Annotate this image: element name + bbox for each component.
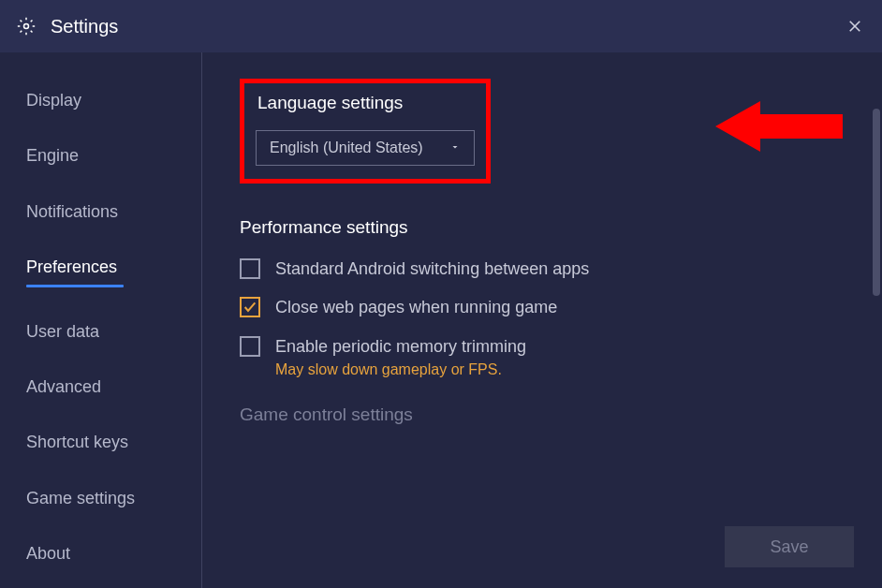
sidebar-item-label: Notifications (26, 202, 118, 221)
sidebar-item-label: Shortcut keys (26, 433, 128, 451)
game-control-section: Game control settings (240, 404, 848, 425)
checkbox-close-web-pages[interactable]: Close web pages when running game (240, 297, 848, 318)
save-button[interactable]: Save (725, 526, 854, 567)
language-section-title: Language settings (257, 93, 475, 113)
window-title: Settings (51, 16, 118, 37)
svg-marker-3 (715, 101, 843, 152)
content-pane: Language settings English (United States… (202, 52, 882, 588)
sidebar-item-engine[interactable]: Engine (0, 134, 201, 178)
checkbox-box (240, 258, 260, 279)
active-underline (26, 285, 124, 287)
sidebar-item-label: Engine (26, 146, 79, 165)
save-button-label: Save (770, 537, 808, 557)
performance-section: Performance settings Standard Android sw… (240, 217, 848, 378)
sidebar-item-shortcut-keys[interactable]: Shortcut keys (0, 420, 201, 464)
game-control-title: Game control settings (240, 404, 848, 425)
gear-icon (17, 17, 36, 36)
sidebar-item-label: User data (26, 322, 99, 341)
checkbox-label: Close web pages when running game (275, 297, 557, 318)
sidebar-item-label: Display (26, 91, 81, 110)
sidebar-item-display[interactable]: Display (0, 79, 201, 123)
checkbox-memory-trimming[interactable]: Enable periodic memory trimming May slow… (240, 336, 848, 378)
close-button[interactable] (845, 16, 865, 37)
sidebar-item-user-data[interactable]: User data (0, 310, 201, 354)
checkbox-standard-switching[interactable]: Standard Android switching between apps (240, 258, 848, 280)
svg-point-0 (24, 24, 29, 29)
language-dropdown[interactable]: English (United States) (256, 130, 475, 166)
sidebar-item-advanced[interactable]: Advanced (0, 365, 201, 409)
sidebar-item-about[interactable]: About (0, 532, 201, 576)
sidebar-item-preferences[interactable]: Preferences (0, 245, 201, 298)
annotation-arrow (715, 94, 846, 163)
chevron-down-icon (449, 140, 461, 156)
performance-section-title: Performance settings (240, 217, 848, 238)
checkbox-label: Enable periodic memory trimming (275, 336, 526, 358)
checkbox-box (240, 297, 260, 317)
sidebar-item-game-settings[interactable]: Game settings (0, 477, 201, 521)
sidebar: Display Engine Notifications Preferences… (0, 52, 202, 588)
sidebar-item-label: Advanced (26, 377, 101, 396)
language-selected-value: English (United States) (270, 140, 423, 156)
vertical-scrollbar[interactable] (873, 109, 880, 296)
checkbox-warning-note: May slow down gameplay or FPS. (275, 361, 526, 378)
sidebar-item-label: Preferences (26, 257, 117, 276)
checkbox-label: Standard Android switching between apps (275, 258, 589, 280)
titlebar: Settings (0, 0, 882, 52)
sidebar-item-label: Game settings (26, 489, 135, 507)
checkbox-box (240, 336, 260, 357)
sidebar-item-label: About (26, 544, 70, 563)
annotation-highlight-box: Language settings English (United States… (240, 79, 491, 184)
sidebar-item-notifications[interactable]: Notifications (0, 190, 201, 234)
close-icon (846, 18, 863, 35)
